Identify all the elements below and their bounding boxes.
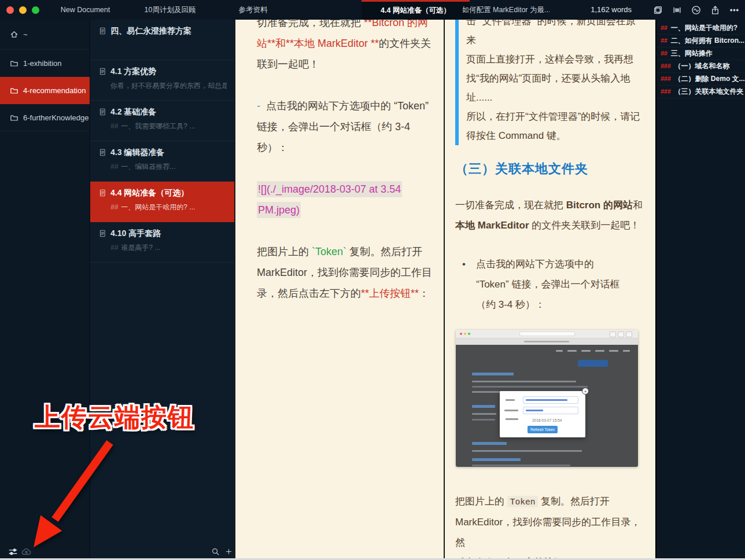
heading-marker: ## <box>110 203 118 211</box>
zoom-window-button[interactable] <box>32 6 39 14</box>
cloud-upload-icon[interactable] <box>21 546 31 557</box>
text-line <box>257 220 426 241</box>
heading-marker: ## <box>661 47 667 60</box>
file-title-label: 四、易仁永澄推荐方案 <box>110 26 191 36</box>
tab-3[interactable]: 参考资料 <box>211 0 295 20</box>
token-input <box>523 396 578 404</box>
pane-divider <box>234 20 235 560</box>
preview-heading: （三）关联本地文件夹 <box>455 160 644 178</box>
file-title-label: 4.2 基础准备 <box>110 107 156 117</box>
text-line: 把图片上的 Token 复制。然后打开 <box>455 491 644 512</box>
sidebar-item-1exhibition[interactable]: 1-exhibition <box>0 50 90 77</box>
file-item[interactable]: 4.10 高手套路##谁是高手? ... <box>90 222 235 263</box>
toc-item-label: （三）关联本地文件夹 <box>674 86 744 98</box>
doc-icon <box>99 68 106 76</box>
sidebar-item-4recommendation[interactable]: 4-recommendation <box>0 77 90 104</box>
editor-preview-divider[interactable] <box>444 20 445 560</box>
toc-item[interactable]: ##三、网站操作 <box>657 47 745 60</box>
share-icon[interactable] <box>710 5 720 15</box>
toc-item-label: 一、网站是干啥用的? <box>671 22 737 34</box>
tab-1[interactable]: New Document <box>46 0 124 20</box>
file-title: 4.4 网站准备（可选） <box>99 188 227 198</box>
panes-icon[interactable] <box>652 5 663 15</box>
doc-icon <box>99 149 106 157</box>
browser-minimize-icon <box>464 333 466 335</box>
tab-2[interactable]: 10周计划及回顾 <box>130 0 210 20</box>
text-line: 找“我的网站”页面时，还要从头输入地 <box>466 69 644 88</box>
sync-icon[interactable] <box>691 5 701 15</box>
file-subtitle-text: 一、我需要哪些工具? ... <box>121 122 195 130</box>
file-list: 四、易仁永澄推荐方案4.1 方案优势你看，好不容易要分享的东西，却总是打不开：4… <box>90 20 235 558</box>
refresh-token-button: Refresh Token <box>528 426 558 433</box>
blockquote: 击 “文件管理器” 的时候，新页面会在原来页面上直接打开，这样会导致，我再想找“… <box>455 20 644 145</box>
text-line: 所以，在打开“文件管理器”的时候，请记 <box>466 107 644 126</box>
markdown-editor[interactable]: 切准备完成，现在就把 **Bitcron 的网站**和**本地 MarkEdit… <box>235 20 444 560</box>
doc-icon <box>99 189 106 197</box>
browser-page-content: × 2018-03-07 15:54 Refresh Token <box>456 345 638 467</box>
bullet-dot: • <box>455 254 476 315</box>
tab-4[interactable]: 4.4 网站准备（可选） <box>362 0 470 20</box>
text-line: 联到一起吧！ <box>257 54 426 75</box>
minimize-window-button[interactable] <box>19 6 27 14</box>
file-item[interactable]: 4.3 编辑器准备##一、编辑器推荐... <box>90 141 235 182</box>
file-subtitle-text: 你看，好不容易要分享的东西，却总是打不开： <box>110 82 227 90</box>
folder-icon <box>10 86 19 95</box>
file-title: 4.1 方案优势 <box>99 67 227 77</box>
text-line: 录，然后点击左下方的**上传按钮**： <box>257 283 426 304</box>
file-title: 4.2 基础准备 <box>99 107 227 117</box>
text-line: 址...... <box>466 88 644 107</box>
folder-icon <box>10 59 19 68</box>
dialog-close-icon: × <box>582 388 589 395</box>
file-item[interactable]: 4.4 网站准备（可选）##一、网站是干啥用的? ... <box>90 182 235 222</box>
heading-marker: ### <box>661 86 671 98</box>
file-subtitle: ##一、我需要哪些工具? ... <box>99 121 227 131</box>
heading-marker: ### <box>661 60 671 72</box>
token-label-bar <box>506 399 515 401</box>
file-subtitle-text: 谁是高手? ... <box>121 244 160 252</box>
file-item[interactable]: 四、易仁永澄推荐方案 <box>90 20 235 60</box>
text-line: MarkEditor，找到你需要同步的工作目 <box>257 262 426 283</box>
annotation-text: 上传云端按钮 <box>35 400 194 434</box>
file-title: 4.10 高手套路 <box>99 229 227 239</box>
sidebar-item-[interactable]: ~ <box>0 20 90 50</box>
text-line: PM.jpeg) <box>257 200 426 220</box>
sidebar-item-6furtherKnowledge[interactable]: 6-furtherKnowledge <box>0 104 90 131</box>
toc-item[interactable]: ###（三）关联本地文件夹 <box>657 86 745 98</box>
doc-icon <box>99 108 106 116</box>
toc-item[interactable]: ##二、如何拥有 Bitcron... <box>657 35 745 47</box>
token-created-value: 2018-03-07 15:54 <box>532 418 562 422</box>
toc-item-label: 三、网站操作 <box>671 47 713 60</box>
plus-icon[interactable] <box>223 546 234 557</box>
text-line: ![](./_image/2018-03-07 at 3.54 <box>257 179 426 200</box>
markdown-preview: 击 “文件管理器” 的时候，新页面会在原来页面上直接打开，这样会导致，我再想找“… <box>445 20 655 560</box>
file-title-label: 4.4 网站准备（可选） <box>110 188 189 198</box>
more-icon[interactable] <box>729 5 739 15</box>
folder-icon <box>10 113 19 122</box>
text-line: 切准备完成，现在就把 **Bitcron 的网 <box>257 20 426 33</box>
text-line: “Token” 链接，会弹出一个对话框 <box>476 274 644 294</box>
toc-item[interactable]: ###（一）域名和名称 <box>657 60 745 73</box>
toc-item-label: （一）域名和名称 <box>674 60 730 72</box>
folder-sidebar: ~1-exhibition4-recommendation6-furtherKn… <box>0 20 90 558</box>
traffic-lights <box>6 6 39 14</box>
file-subtitle: ##一、网站是干啥用的? ... <box>99 202 227 212</box>
tab-5[interactable]: 如何配置 MarkEditor 为最... <box>463 0 549 20</box>
paragraph: 把图片上的 Token 复制。然后打开MarkEditor，找到你需要同步的工作… <box>455 491 644 560</box>
sidebar-item-label: 4-recommendation <box>23 86 86 95</box>
toc-item[interactable]: ###（二）删除 Demo 文... <box>657 73 745 86</box>
heading-marker: ## <box>110 163 118 171</box>
sidebar-item-label: 6-furtherKnowledge <box>23 113 88 122</box>
text-line: 击 “文件管理器” 的时候，新页面会在原来 <box>466 20 644 50</box>
filter-icon[interactable] <box>8 546 18 557</box>
search-icon[interactable] <box>210 546 220 557</box>
file-item[interactable]: 4.2 基础准备##一、我需要哪些工具? ... <box>90 101 235 141</box>
browser-toolbar-button <box>626 331 632 337</box>
toc-item-label: （二）删除 Demo 文... <box>674 73 745 85</box>
toc-item[interactable]: ##一、网站是干啥用的? <box>657 22 745 35</box>
close-window-button[interactable] <box>6 6 14 14</box>
text-line: （约 3-4 秒）： <box>476 294 644 315</box>
word-count-icon[interactable] <box>672 5 682 15</box>
file-item[interactable]: 4.1 方案优势你看，好不容易要分享的东西，却总是打不开： <box>90 60 235 101</box>
toc-panel: ##一、网站是干啥用的?##二、如何拥有 Bitcron...##三、网站操作#… <box>657 20 745 560</box>
text-line: 秒）： <box>257 137 426 158</box>
